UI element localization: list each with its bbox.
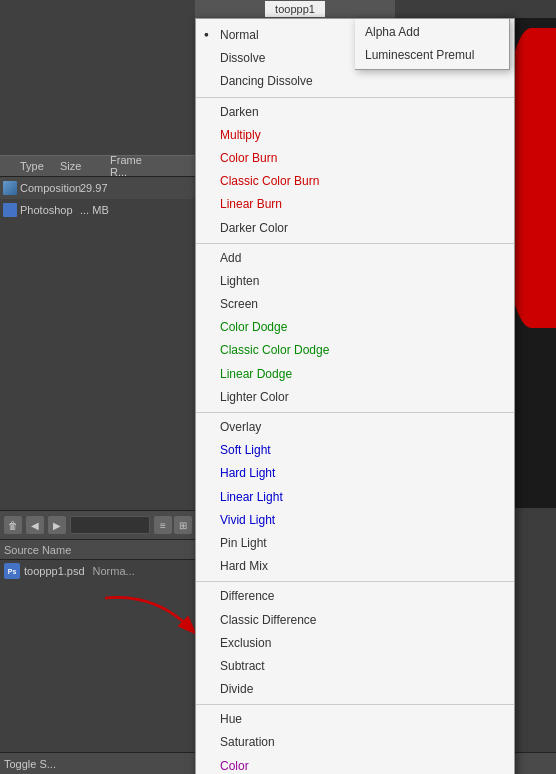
col-type-header: Type xyxy=(0,160,60,172)
menu-item-classic-difference[interactable]: Classic Difference xyxy=(196,609,514,632)
menu-item-luminescent-premul[interactable]: Luminescent Premul xyxy=(355,44,509,67)
row-name-2: Photoshop xyxy=(20,204,80,216)
menu-item-lighten[interactable]: Lighten xyxy=(196,270,514,293)
menu-item-darker-color[interactable]: Darker Color xyxy=(196,217,514,240)
tl-icon-2[interactable]: ⊞ xyxy=(174,516,192,534)
table-row[interactable]: Composition 29.97 xyxy=(0,177,195,199)
psd-file-icon: Ps xyxy=(4,563,20,579)
menu-item-classic-color-burn[interactable]: Classic Color Burn xyxy=(196,170,514,193)
menu-item-multiply[interactable]: Multiply xyxy=(196,124,514,147)
composition-icon xyxy=(3,181,17,195)
table-header: Type Size Frame R... xyxy=(0,155,195,177)
menu-item-color-dodge[interactable]: Color Dodge xyxy=(196,316,514,339)
source-panel-header: Source Name xyxy=(0,540,195,560)
menu-item-pin-light[interactable]: Pin Light xyxy=(196,532,514,555)
row-size-1: 29.97 xyxy=(80,182,120,194)
left-panel xyxy=(0,0,195,774)
tl-icons: ≡ ⊞ xyxy=(154,516,192,534)
menu-section-add: Add Lighten Screen Color Dodge Classic C… xyxy=(196,244,514,413)
menu-item-saturation[interactable]: Saturation xyxy=(196,731,514,754)
menu-item-vivid-light[interactable]: Vivid Light xyxy=(196,509,514,532)
menu-item-classic-color-dodge[interactable]: Classic Color Dodge xyxy=(196,339,514,362)
photoshop-icon xyxy=(3,203,17,217)
menu-item-hue[interactable]: Hue xyxy=(196,708,514,731)
menu-item-add[interactable]: Add xyxy=(196,247,514,270)
dropdown-right-column: Alpha Add Luminescent Premul xyxy=(355,18,510,70)
menu-item-color-burn[interactable]: Color Burn xyxy=(196,147,514,170)
source-blend-mode: Norma... xyxy=(93,565,135,577)
menu-item-darken[interactable]: Darken xyxy=(196,101,514,124)
source-file-name: tooppp1.psd xyxy=(24,565,85,577)
menu-item-alpha-add[interactable]: Alpha Add xyxy=(355,21,509,44)
col-size-header: Size xyxy=(60,160,110,172)
source-row[interactable]: Ps tooppp1.psd Norma... xyxy=(0,560,195,582)
menu-section-overlay: Overlay Soft Light Hard Light Linear Lig… xyxy=(196,413,514,582)
menu-section-hue: Hue Saturation Color Luminosity xyxy=(196,705,514,774)
menu-item-divide[interactable]: Divide xyxy=(196,678,514,701)
menu-item-subtract[interactable]: Subtract xyxy=(196,655,514,678)
project-tab[interactable]: tooppp1 xyxy=(265,1,325,17)
menu-item-hard-light[interactable]: Hard Light xyxy=(196,462,514,485)
row-name-1: Composition xyxy=(20,182,80,194)
col-frame-header: Frame R... xyxy=(110,154,160,178)
trash-button[interactable]: 🗑 xyxy=(4,516,22,534)
menu-item-overlay[interactable]: Overlay xyxy=(196,416,514,439)
menu-item-exclusion[interactable]: Exclusion xyxy=(196,632,514,655)
nav-left-button[interactable]: ◀ xyxy=(26,516,44,534)
menu-item-dancing-dissolve[interactable]: Dancing Dissolve xyxy=(196,70,514,93)
blend-mode-dropdown: ● Normal Dissolve Dancing Dissolve Darke… xyxy=(195,18,515,774)
menu-item-linear-burn[interactable]: Linear Burn xyxy=(196,193,514,216)
menu-item-color[interactable]: Color xyxy=(196,755,514,774)
preview-red-shape xyxy=(510,28,556,328)
menu-item-linear-light[interactable]: Linear Light xyxy=(196,486,514,509)
menu-item-difference[interactable]: Difference xyxy=(196,585,514,608)
source-name-label: Source Name xyxy=(4,544,71,556)
table-row[interactable]: Photoshop ... MB xyxy=(0,199,195,221)
nav-right-button[interactable]: ▶ xyxy=(48,516,66,534)
menu-item-linear-dodge[interactable]: Linear Dodge xyxy=(196,363,514,386)
search-input[interactable] xyxy=(70,516,150,534)
menu-item-screen[interactable]: Screen xyxy=(196,293,514,316)
tl-icon-1[interactable]: ≡ xyxy=(154,516,172,534)
menu-item-lighter-color[interactable]: Lighter Color xyxy=(196,386,514,409)
menu-section-difference: Difference Classic Difference Exclusion … xyxy=(196,582,514,705)
menu-item-soft-light[interactable]: Soft Light xyxy=(196,439,514,462)
row-size-2: ... MB xyxy=(80,204,120,216)
menu-section-darken: Darken Multiply Color Burn Classic Color… xyxy=(196,98,514,244)
preview-panel xyxy=(510,18,556,508)
red-arrow xyxy=(95,588,205,643)
menu-item-hard-mix[interactable]: Hard Mix xyxy=(196,555,514,578)
toggle-label: Toggle S... xyxy=(4,758,56,770)
tab-label: tooppp1 xyxy=(275,3,315,15)
top-tab-bar: tooppp1 xyxy=(195,0,395,18)
